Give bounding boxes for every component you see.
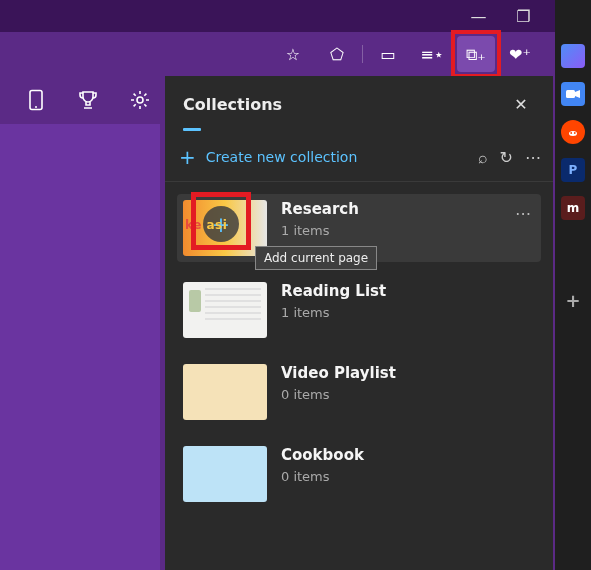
svg-point-5 [569,131,577,136]
svg-point-6 [570,132,572,134]
collection-thumb [183,282,267,338]
page-background [0,76,160,570]
extensions-icon[interactable]: ⬠ [318,36,356,72]
collection-name: Cookbook [281,446,364,464]
collection-name: Video Playlist [281,364,396,382]
plus-icon: + [179,145,196,169]
titlebar: — ❐ ✕ [0,0,591,32]
trophy-icon[interactable] [72,84,104,116]
minimize-button[interactable]: — [456,0,501,32]
panel-more-icon[interactable]: ⋯ [525,148,541,167]
mobile-icon[interactable] [20,84,52,116]
split-screen-icon[interactable]: ▭ [369,36,407,72]
favorite-star-icon[interactable]: ☆ [274,36,312,72]
settings-gear-icon[interactable] [124,84,156,116]
collections-panel: Collections ✕ + Create new collection ⌕ … [165,76,553,570]
thumb-text: ke asi [185,218,227,232]
browser-toolbar: ☆ ⬠ ▭ ≡⋆ ⧉₊ ❤⁺ ⋯ [0,32,591,76]
collection-item-cookbook[interactable]: Cookbook 0 items [177,440,541,508]
refresh-icon[interactable]: ↻ [500,148,513,167]
create-collection-button[interactable]: + Create new collection [179,145,357,169]
panel-title: Collections [183,95,282,114]
svg-rect-3 [566,90,575,98]
collection-item-video[interactable]: Video Playlist 0 items [177,358,541,426]
collection-thumb [183,446,267,502]
search-icon[interactable]: ⌕ [478,148,488,167]
paypal-icon[interactable]: P [561,158,585,182]
collections-icon: ⧉₊ [466,45,485,64]
collections-list: ke asi Research 1 items ⋯ + Add current … [165,182,553,508]
collection-name: Reading List [281,282,386,300]
svg-point-2 [137,97,143,103]
collection-count: 0 items [281,387,330,402]
collection-item-research[interactable]: ke asi Research 1 items ⋯ + Add current … [177,194,541,262]
collection-count: 0 items [281,469,330,484]
browser-essentials-icon[interactable]: ❤⁺ [501,36,539,72]
browser-sidebar: P m + [555,0,591,570]
sidebar-add-icon[interactable]: + [561,288,585,312]
svg-point-7 [574,132,576,134]
collections-button[interactable]: ⧉₊ [457,36,495,72]
item-more-icon[interactable]: ⋯ [515,204,531,223]
create-collection-label: Create new collection [206,149,358,165]
collection-name: Research [281,200,359,218]
restore-button[interactable]: ❐ [501,0,546,32]
collection-thumb [183,364,267,420]
favorites-hub-icon[interactable]: ≡⋆ [413,36,451,72]
toolbar-separator [362,45,363,63]
panel-close-button[interactable]: ✕ [507,90,535,118]
camera-app-icon[interactable] [561,82,585,106]
m-app-icon[interactable]: m [561,196,585,220]
collection-count: 1 items [281,223,330,238]
copilot-icon[interactable] [561,44,585,68]
reddit-icon[interactable] [561,120,585,144]
collection-item-reading[interactable]: Reading List 1 items [177,276,541,344]
page-subbar [0,76,160,124]
collection-count: 1 items [281,305,330,320]
add-page-tooltip: Add current page [255,246,377,270]
